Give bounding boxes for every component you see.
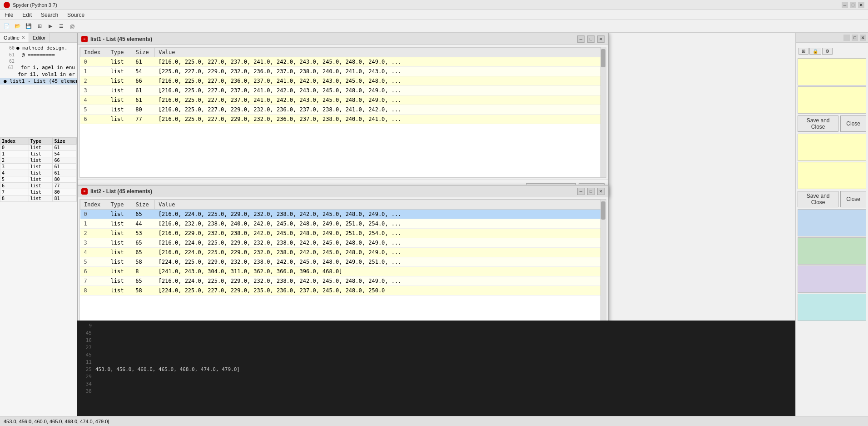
code-line-6: 11: [81, 359, 792, 366]
code-line-10: 38: [81, 388, 792, 395]
dialog1-scrollbar[interactable]: [600, 47, 606, 177]
table-row[interactable]: 4list61[216.0, 225.0, 227.0, 237.0, 241.…: [80, 95, 606, 105]
toolbar-open[interactable]: 📂: [13, 21, 23, 31]
dialog2-maximize[interactable]: □: [587, 188, 595, 195]
table-row[interactable]: 1list54: [0, 151, 77, 157]
table-row[interactable]: 7list65[216.0, 224.0, 225.0, 229.0, 232.…: [80, 276, 606, 286]
table-row[interactable]: 8list58[224.0, 225.0, 227.0, 229.0, 235.…: [80, 286, 606, 296]
dialog-list1: ≡ list1 - List (45 elements) ─ □ ✕ Index…: [77, 33, 609, 196]
toolbar-at[interactable]: @: [67, 21, 77, 31]
code-line-8: 29: [81, 373, 792, 381]
right-close[interactable]: ✕: [860, 35, 866, 41]
dialog2-table-wrap: Index Type Size Value 0list65[216.0, 224…: [79, 199, 606, 339]
dialog1-close[interactable]: ✕: [597, 35, 605, 43]
outline-tree: 60 ● mathced design. 61 @ ========= 62 6…: [0, 43, 77, 86]
right-toolbar-btn2[interactable]: 🔒: [809, 48, 821, 55]
tab-outline-close[interactable]: ✕: [21, 35, 25, 40]
outline-item-0[interactable]: 60 ● mathced design.: [0, 45, 77, 51]
table-row[interactable]: 2list66[216.0, 225.0, 227.0, 236.0, 237.…: [80, 76, 606, 86]
table-row[interactable]: 3list61[216.0, 225.0, 227.0, 237.0, 241.…: [80, 86, 606, 95]
right-toolbar-btn1[interactable]: ⊞: [799, 48, 808, 55]
outline-item-3[interactable]: 63 for i, age1 in enu: [0, 64, 77, 71]
tab-outline[interactable]: Outline ✕: [0, 33, 29, 42]
menubar: File Edit Search Source: [0, 10, 868, 20]
right-block-5: [798, 209, 866, 236]
minimize-button[interactable]: ─: [842, 2, 848, 8]
menu-source[interactable]: Source: [63, 11, 89, 19]
code-line-3: 16: [81, 337, 792, 344]
dialog2-scrollbar-thumb: [601, 201, 605, 220]
outline-label-0: ● mathced design.: [16, 45, 68, 51]
outline-item-list1[interactable]: ● list1 - List (45 elements): [0, 78, 77, 85]
right-save-close-1[interactable]: Save and Close: [798, 115, 838, 132]
right-save-close-2[interactable]: Save and Close: [798, 191, 838, 207]
table-row[interactable]: 0list61: [0, 145, 77, 151]
right-toolbar-btn3[interactable]: ⚙: [822, 48, 833, 55]
menu-search[interactable]: Search: [36, 11, 63, 19]
menu-edit[interactable]: Edit: [18, 11, 36, 19]
table-row[interactable]: 5list58[224.0, 225.0, 229.0, 232.0, 238.…: [80, 257, 606, 267]
table-row[interactable]: 1list54[225.0, 227.0, 229.0, 232.0, 236.…: [80, 67, 606, 76]
dialog1-table: Index Type Size Value 0list61[216.0, 225…: [80, 47, 606, 124]
table-row[interactable]: 6list77: [0, 183, 77, 189]
table-row[interactable]: 2list53[216.0, 229.0, 232.0, 238.0, 242.…: [80, 229, 606, 238]
right-block-8: [798, 294, 866, 321]
dialog1-icon: ≡: [81, 36, 88, 42]
table-row[interactable]: 3list61: [0, 164, 77, 170]
var-col-size: Size: [53, 138, 77, 145]
code-line-2: 45: [81, 330, 792, 337]
toolbar-save[interactable]: 💾: [24, 21, 34, 31]
code-line-1: 9: [81, 322, 792, 330]
table-row[interactable]: 0list61[216.0, 225.0, 227.0, 237.0, 241.…: [80, 57, 606, 67]
col-value: Value: [155, 200, 606, 210]
close-button[interactable]: ✕: [858, 2, 864, 8]
dialog2-close[interactable]: ✕: [597, 188, 605, 195]
dialog2-scrollbar[interactable]: [600, 200, 606, 339]
table-row[interactable]: 7list80: [0, 189, 77, 195]
table-row[interactable]: 4list61: [0, 170, 77, 176]
app-icon: [4, 2, 10, 8]
dialog1-maximize[interactable]: □: [587, 35, 595, 43]
outline-label-3: for i, age1 in enu: [15, 65, 75, 70]
right-minimize[interactable]: ─: [843, 35, 850, 41]
table-row[interactable]: 4list65[216.0, 224.0, 225.0, 229.0, 232.…: [80, 248, 606, 257]
table-row[interactable]: 2list66: [0, 157, 77, 164]
outline-label-1: @ =========: [16, 52, 55, 58]
dialog2-table: Index Type Size Value 0list65[216.0, 224…: [80, 200, 606, 296]
tab-editor[interactable]: Editor: [29, 33, 50, 42]
app-titlebar: Spyder (Python 3.7) ─ □ ✕: [0, 0, 868, 10]
col-value: Value: [155, 48, 606, 57]
maximize-button[interactable]: □: [850, 2, 856, 8]
toolbar-list[interactable]: ☰: [56, 21, 66, 31]
right-close-1[interactable]: Close: [840, 115, 866, 132]
table-row[interactable]: 0list65[216.0, 224.0, 225.0, 229.0, 232.…: [80, 210, 606, 219]
right-block-1: [798, 58, 866, 85]
col-type: Type: [107, 200, 132, 210]
table-row[interactable]: 6list77[216.0, 225.0, 227.0, 229.0, 232.…: [80, 115, 606, 124]
right-block-2: [798, 86, 866, 114]
dialog2-titlebar: ≡ list2 - List (45 elements) ─ □ ✕: [78, 185, 608, 197]
table-row[interactable]: 5list80: [0, 176, 77, 183]
dialog1-minimize[interactable]: ─: [577, 35, 585, 43]
outline-item-4[interactable]: for i1, vols1 in er: [0, 71, 77, 78]
toolbar-save-all[interactable]: ⊞: [35, 21, 45, 31]
table-row[interactable]: 6list8[241.0, 243.0, 304.0, 311.0, 362.0…: [80, 267, 606, 276]
col-size: Size: [132, 48, 155, 57]
dialog2-minimize[interactable]: ─: [577, 188, 585, 195]
table-row[interactable]: 5list80[216.0, 225.0, 227.0, 229.0, 232.…: [80, 105, 606, 115]
toolbar-new[interactable]: 📄: [2, 21, 12, 31]
right-close-2[interactable]: Close: [840, 191, 866, 207]
outline-item-1[interactable]: 61 @ =========: [0, 51, 77, 58]
table-row[interactable]: 1list44[216.0, 232.0, 238.0, 240.0, 242.…: [80, 219, 606, 229]
table-row[interactable]: 3list65[216.0, 224.0, 225.0, 229.0, 232.…: [80, 238, 606, 248]
right-maximize[interactable]: □: [852, 35, 858, 41]
var-col-index: Index: [0, 138, 29, 145]
table-row[interactable]: 8list81: [0, 195, 77, 202]
col-index: Index: [80, 200, 107, 210]
dialog1-titlebar: ≡ list1 - List (45 elements) ─ □ ✕: [78, 33, 608, 45]
code-area: 9 45 16 27 45 11 25 453.0, 456.0, 460.0,…: [77, 321, 795, 416]
dialog1-scrollbar-thumb: [601, 49, 605, 67]
menu-file[interactable]: File: [0, 11, 18, 19]
outline-item-2[interactable]: 62: [0, 58, 77, 64]
toolbar-run[interactable]: ▶: [45, 21, 55, 31]
